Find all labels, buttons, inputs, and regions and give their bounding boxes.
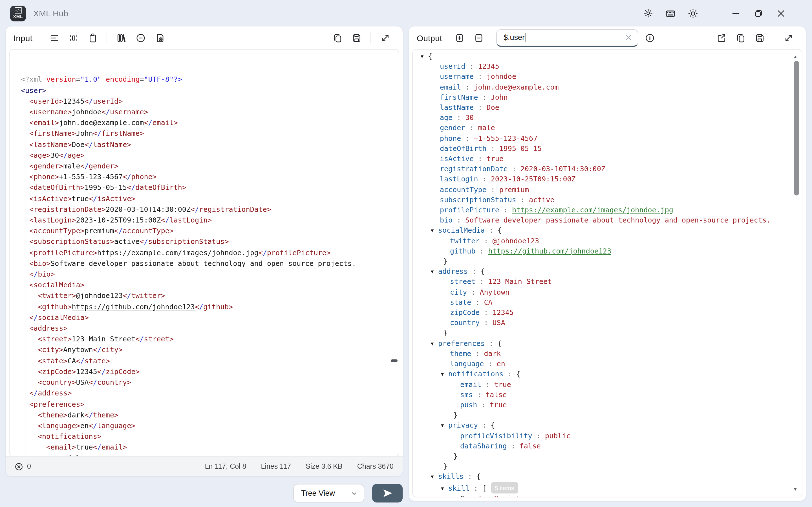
input-panel: Input [6, 26, 403, 476]
output-toolbar: Output $.user [409, 26, 806, 49]
chevron-down-icon [350, 489, 358, 497]
file-size: Size 3.6 KB [306, 462, 343, 470]
output-label: Output [417, 33, 442, 43]
view-mode-value: Tree View [301, 489, 335, 497]
minify-icon[interactable] [69, 33, 79, 43]
xml-doc-icon: </> [14, 7, 22, 13]
expand-all-icon[interactable] [455, 33, 464, 43]
view-mode-select[interactable]: Tree View [293, 484, 364, 503]
line-count: Lines 117 [261, 462, 291, 470]
scrollbar-thumb[interactable] [794, 61, 799, 195]
settings-gear-icon[interactable] [643, 8, 653, 18]
minimize-button[interactable] [731, 8, 741, 18]
tree-rows: ▼{userId : 12345username : johndoeemail … [413, 51, 802, 497]
scroll-up-icon[interactable]: ▲ [794, 52, 797, 62]
logo-label: XML [13, 14, 23, 19]
toolbar-divider [370, 32, 371, 43]
footer-controls: Tree View [6, 484, 403, 503]
output-scrollbar[interactable]: ▲ ▼ [794, 51, 800, 496]
theme-light-icon[interactable] [688, 8, 698, 18]
editor-scrollbar-thumb[interactable] [391, 359, 398, 362]
save-output-icon[interactable] [755, 33, 764, 43]
format-icon[interactable] [50, 33, 59, 43]
link-icon[interactable] [136, 33, 146, 43]
error-circle-icon [15, 462, 23, 471]
output-panel: Output $.user [409, 26, 806, 501]
search-value: $.user [504, 33, 525, 42]
input-label: Input [13, 33, 33, 43]
indent-guide [25, 74, 26, 455]
copy-input-icon[interactable] [333, 33, 342, 43]
xml-editor[interactable]: <?xml version="1.0" encoding="UTF-8"?><u… [9, 49, 399, 457]
copy-output-icon[interactable] [735, 33, 745, 43]
app-title: XML Hub [33, 8, 68, 18]
collapse-all-icon[interactable] [474, 33, 484, 43]
input-statusbar: 0 Ln 117, Col 8 Lines 117 Size 3.6 KB Ch… [6, 456, 403, 476]
char-count: Chars 3670 [357, 462, 394, 470]
scroll-down-icon[interactable]: ▼ [794, 485, 797, 495]
error-count: 0 [27, 462, 31, 470]
send-icon [382, 488, 393, 499]
expand-input-icon[interactable] [380, 33, 390, 43]
toolbar-divider [774, 32, 774, 43]
input-toolbar: Input [6, 26, 403, 49]
clear-search-icon[interactable] [625, 34, 632, 41]
info-icon[interactable] [645, 33, 655, 43]
keyboard-icon[interactable] [665, 8, 675, 18]
save-input-icon[interactable] [352, 33, 361, 43]
app-window: </> XML XML Hub [0, 0, 812, 507]
cursor-position: Ln 117, Col 8 [205, 462, 246, 470]
toolbar-divider [107, 32, 107, 43]
library-icon[interactable] [117, 33, 126, 43]
titlebar: </> XML XML Hub [0, 0, 812, 26]
jsonpath-search-input[interactable]: $.user [496, 29, 638, 47]
app-logo: </> XML [10, 5, 26, 21]
expand-output-icon[interactable] [783, 33, 793, 43]
indent-guide [42, 421, 42, 453]
load-sample-icon[interactable] [155, 33, 165, 43]
json-tree-view[interactable]: ▼{userId : 12345username : johndoeemail … [412, 49, 802, 497]
maximize-button[interactable] [753, 8, 763, 18]
text-caret [525, 33, 526, 42]
editor-lines: <?xml version="1.0" encoding="UTF-8"?><u… [21, 74, 399, 457]
share-icon[interactable] [716, 33, 726, 43]
convert-send-button[interactable] [372, 484, 403, 503]
close-button[interactable] [776, 8, 786, 18]
paste-icon[interactable] [88, 33, 98, 43]
